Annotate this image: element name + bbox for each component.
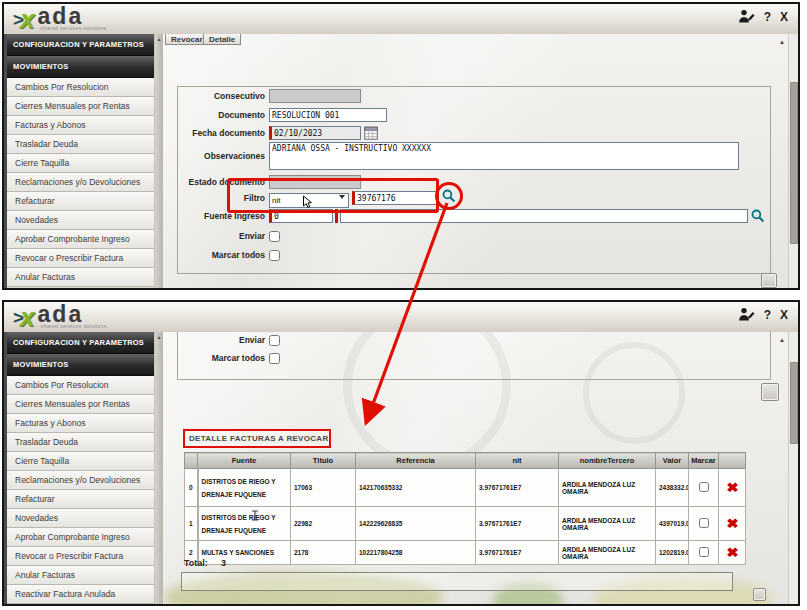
cell-referencia: 102217804258 — [356, 541, 476, 565]
sidebar-item-aprobar-comprobante[interactable]: Aprobar Comprobante Ingreso — [7, 230, 154, 249]
screenshot-canvas: > x ada shared services solutions ? x CO… — [0, 0, 807, 610]
sidebar-section-movimientos[interactable]: MOVIMIENTOS — [7, 56, 154, 78]
detalle-title: DETALLE FACTURAS A REVOCAR — [189, 434, 329, 443]
sidebar-item-cierre-taquilla[interactable]: Cierre Taquilla — [7, 154, 154, 173]
sidebar-item-refacturar[interactable]: Refacturar — [7, 490, 154, 509]
sidebar-item-anular-facturas[interactable]: Anular Facturas — [7, 268, 154, 287]
tab-revocar-label: Revocar — [171, 35, 203, 44]
scroll-up-icon[interactable]: ▲ — [155, 36, 163, 42]
sidebar-item-revocar-prescribir[interactable]: Revocar o Prescribir Factura — [7, 249, 154, 268]
col-nit[interactable]: nit — [476, 453, 559, 469]
sidebar-item-cambios-por-resolucion[interactable]: Cambios Por Resolucion — [7, 78, 154, 97]
cell-titulo: 22982 — [291, 507, 356, 541]
sidebar-item-novedades[interactable]: Novedades — [7, 211, 154, 230]
help-icon[interactable]: ? — [764, 10, 771, 24]
col-index — [185, 453, 198, 469]
sidebar-item-novedades[interactable]: Novedades — [7, 509, 154, 528]
fuente-ingreso-desc-field[interactable] — [340, 209, 748, 223]
main-content-top: ▲ Revocar Detalle Consecutivo Documento … — [163, 34, 798, 288]
content-scrollbar[interactable] — [788, 34, 798, 288]
scroll-up-icon[interactable]: ▲ — [779, 39, 785, 45]
sidebar-item-refacturar[interactable]: Refacturar — [7, 192, 154, 211]
logo-x-icon: x — [20, 304, 34, 330]
scroll-up-icon[interactable]: ▲ — [779, 337, 785, 343]
sidebar-scrollbar[interactable]: ▲ — [154, 34, 163, 288]
col-valor[interactable]: Valor — [656, 453, 689, 469]
sidebar-item-facturas-y-abonos[interactable]: Facturas y Abonos — [7, 414, 154, 433]
scroll-up-icon[interactable]: ▲ — [155, 334, 163, 340]
marcar-row-checkbox[interactable] — [699, 547, 709, 557]
scrollbar-thumb[interactable] — [790, 82, 798, 244]
enviar-checkbox[interactable] — [269, 335, 280, 346]
sidebar-section-movimientos[interactable]: MOVIMIENTOS — [7, 354, 154, 376]
delete-row-icon[interactable]: ✖ — [726, 517, 739, 530]
documento-label: Documento — [163, 110, 269, 120]
cell-fuente: DISTRITOS DE RIEGO Y DRENAJE FUQUENE — [198, 469, 291, 507]
sidebar-item-cierres-mensuales[interactable]: Cierres Mensuales por Rentas — [7, 97, 154, 116]
cell-nombre: ARDILA MENDOZA LUZ OMAIRA — [559, 507, 656, 541]
delete-row-icon[interactable]: ✖ — [726, 481, 739, 494]
cell-nit: 3.97671761E7 — [476, 469, 559, 507]
main-content-bottom: ▲ Enviar Marcar todos DETALLE FACTURAS A… — [163, 332, 798, 604]
col-referencia[interactable]: Referencia — [356, 453, 476, 469]
tab-detalle-label: Detalle — [209, 35, 235, 44]
sidebar-item-reactivar-factura[interactable]: Reactivar Factura Anulada — [7, 585, 154, 604]
scrollbar-thumb[interactable] — [790, 362, 798, 444]
marcar-row-checkbox[interactable] — [699, 518, 709, 528]
search-icon[interactable] — [751, 209, 765, 223]
fecha-documento-field[interactable] — [269, 126, 361, 140]
fuente-ingreso-label: Fuente Ingreso — [163, 211, 269, 221]
app-window-top: > x ada shared services solutions ? x CO… — [2, 2, 800, 290]
sidebar-item-cierre-taquilla[interactable]: Cierre Taquilla — [7, 452, 154, 471]
corner-square-button[interactable] — [753, 588, 766, 601]
close-icon[interactable]: x — [780, 10, 788, 24]
calendar-icon[interactable] — [364, 126, 378, 140]
sidebar-section-configuracion[interactable]: CONFIGURACION Y PARAMETROS — [7, 332, 154, 354]
sidebar-section-configuracion[interactable]: CONFIGURACION Y PARAMETROS — [7, 34, 154, 56]
col-titulo[interactable]: Titulo — [291, 453, 356, 469]
sidebar-item-revocar-prescribir[interactable]: Revocar o Prescribir Factura — [7, 547, 154, 566]
cell-valor: 1202819.0 — [656, 541, 689, 565]
close-icon[interactable]: x — [780, 308, 788, 322]
enviar-checkbox[interactable] — [269, 231, 280, 242]
facturas-table: Fuente Titulo Referencia nit nombreTerce… — [184, 452, 746, 565]
sidebar-item-trasladar-deuda[interactable]: Trasladar Deuda — [7, 135, 154, 154]
sidebar-item-facturas-y-abonos[interactable]: Facturas y Abonos — [7, 116, 154, 135]
cell-fuente: MULTAS Y SANCIONES — [198, 541, 291, 565]
cell-nit: 3.97671761E7 — [476, 507, 559, 541]
delete-row-icon[interactable]: ✖ — [726, 546, 739, 559]
cell-nombre: ARDILA MENDOZA LUZ OMAIRA — [559, 541, 656, 565]
corner-square-button[interactable] — [761, 273, 777, 288]
sidebar-item-cambios-por-resolucion[interactable]: Cambios Por Resolucion — [7, 376, 154, 395]
content-scrollbar[interactable] — [788, 332, 798, 604]
tab-detalle[interactable]: Detalle — [203, 34, 241, 45]
sidebar-item-aprobar-comprobante[interactable]: Aprobar Comprobante Ingreso — [7, 528, 154, 547]
documento-field[interactable] — [269, 108, 387, 122]
col-nombre-tercero[interactable]: nombreTercero — [559, 453, 656, 469]
sidebar-scrollbar[interactable]: ▲ — [154, 332, 163, 604]
col-marcar[interactable]: Marcar — [689, 453, 719, 469]
observaciones-field[interactable]: ADRIANA OSSA - INSTRUCTIVO XXXXXX — [269, 142, 739, 170]
sidebar-item-trasladar-deuda[interactable]: Trasladar Deuda — [7, 433, 154, 452]
search-icon[interactable] — [442, 189, 456, 203]
ada-logo: > x ada shared services solutions — [13, 5, 107, 32]
sidebar-section-partial — [7, 604, 154, 606]
sidebar-item-anular-facturas[interactable]: Anular Facturas — [7, 566, 154, 585]
cell-titulo: 17063 — [291, 469, 356, 507]
sidebar-item-reclamaciones[interactable]: Reclamaciones y/o Devoluciones — [7, 173, 154, 192]
titlebar: > x ada shared services solutions ? x — [4, 4, 798, 35]
sidebar-item-cierres-mensuales[interactable]: Cierres Mensuales por Rentas — [7, 395, 154, 414]
marcar-row-checkbox[interactable] — [699, 482, 709, 492]
user-edit-icon[interactable] — [738, 307, 755, 322]
corner-square-button[interactable] — [761, 383, 779, 401]
filtro-value-field[interactable] — [352, 191, 438, 205]
col-fuente[interactable]: Fuente — [198, 453, 291, 469]
marcar-todos-checkbox[interactable] — [269, 353, 280, 364]
table-header-row: Fuente Titulo Referencia nit nombreTerce… — [185, 453, 746, 469]
user-edit-icon[interactable] — [738, 9, 755, 24]
help-icon[interactable]: ? — [764, 308, 771, 322]
fuente-ingreso-code-field[interactable] — [269, 209, 333, 223]
cell-valor: 4397019.0 — [656, 507, 689, 541]
sidebar-item-reclamaciones[interactable]: Reclamaciones y/o Devoluciones — [7, 471, 154, 490]
marcar-todos-checkbox[interactable] — [269, 250, 280, 261]
